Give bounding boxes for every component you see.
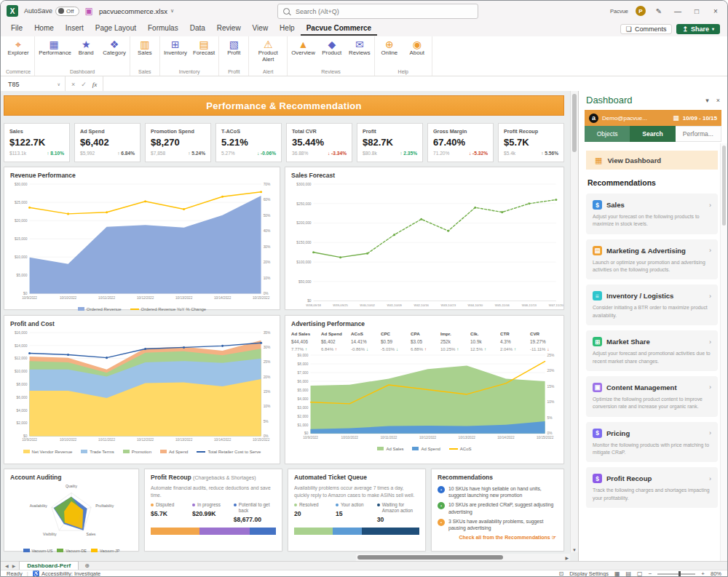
ribbon-button-overview[interactable]: ▲Overview: [291, 38, 315, 57]
pane-scrollbar[interactable]: [720, 143, 727, 561]
name-box[interactable]: T85∨: [1, 76, 66, 92]
ribbon-button-about[interactable]: ◉About: [406, 38, 428, 57]
zoom-out-icon[interactable]: −: [649, 570, 652, 577]
menu-tab-help[interactable]: Help: [274, 23, 301, 36]
bar-segment: [250, 528, 276, 535]
metric-value: $44,406: [291, 339, 319, 344]
kpi-card-profit[interactable]: Profit$82.7K$80.8k↑ 2.35%: [357, 123, 423, 162]
scrollbar-thumb[interactable]: [572, 94, 577, 152]
ribbon-button-reviews[interactable]: ✉Reviews: [349, 38, 371, 57]
menu-tab-home[interactable]: Home: [28, 23, 60, 36]
date-range[interactable]: 10/09 - 10/15: [683, 115, 717, 122]
fx-icon[interactable]: fx: [92, 81, 98, 88]
menu-tab-page-layout[interactable]: Page Layout: [90, 23, 142, 36]
cancel-icon[interactable]: ×: [71, 81, 75, 88]
zoom-slider-thumb[interactable]: [678, 571, 681, 577]
ribbon-button-brand[interactable]: ★Brand: [75, 38, 97, 57]
kpi-card-t-acos[interactable]: T-ACoS5.21%5.27%↓ -0.06%: [215, 123, 282, 162]
accessibility-status[interactable]: Accessibility: Investigate: [41, 570, 100, 577]
mountains-icon: ▲: [298, 39, 309, 50]
normal-view-icon[interactable]: ▦: [614, 570, 620, 577]
menu-tab-pacvue-commerce[interactable]: Pacvue Commerce: [301, 23, 378, 36]
recommendation-card-inventory-logistics[interactable]: ≡Inventory / Logistics›Consider initiati…: [586, 284, 718, 325]
legend-dot: [377, 504, 380, 506]
kpi-card-total-cvr[interactable]: Total CVR35.44%36.88%↓ -3.34%: [286, 123, 352, 162]
scroll-right-arrow-icon[interactable]: ▶: [565, 555, 570, 560]
close-button[interactable]: ×: [710, 7, 721, 15]
menu-tab-insert[interactable]: Insert: [60, 23, 90, 36]
page-break-view-icon[interactable]: ▢: [637, 570, 643, 577]
zoom-in-icon[interactable]: +: [701, 570, 705, 577]
ribbon-group-label: Sales: [134, 69, 156, 76]
sheet-tab-bar: ◀ ▶ Dashboard-Perf ⊕: [1, 561, 727, 570]
file-name-caret-icon[interactable]: ∨: [170, 8, 174, 14]
ribbon-button-forecast[interactable]: ▤Forecast: [193, 38, 215, 57]
advertising-performance-svg: $0$1,000$2,000$3,000$4,000$5,000$6,000$7…: [285, 351, 563, 443]
zoom-slider[interactable]: [657, 573, 695, 575]
kpi-card-profit-recoup[interactable]: Profit Recoup$5.7K$5.4k↑ 5.56%: [498, 123, 564, 162]
display-settings-label[interactable]: Display Settings: [569, 570, 609, 577]
kpi-card-promotion-spend[interactable]: Promotion Spend$8,270$7,858↑ 5.24%: [145, 123, 211, 162]
ribbon-button-explorer[interactable]: ⌖Explorer: [7, 38, 29, 57]
search-input[interactable]: [294, 7, 472, 16]
ribbon-group-reviews: ▲Overview◆Product✉ReviewsReviews: [288, 36, 375, 76]
comments-button[interactable]: ❏Comments: [620, 24, 673, 34]
maximize-button[interactable]: □: [691, 7, 703, 15]
calendar-icon: ▦: [673, 114, 679, 122]
sheet-nav-left-icon[interactable]: ◀: [5, 563, 9, 568]
ribbon-button-profit[interactable]: ▧Profit: [223, 38, 245, 57]
share-button[interactable]: ↥Share▾: [676, 24, 720, 34]
add-sheet-icon[interactable]: ⊕: [84, 562, 90, 569]
recommendation-card-marketing-advertising[interactable]: ▤Marketing & Advertising›Launch or optim…: [586, 239, 718, 280]
ribbon-button-category[interactable]: ❖Category: [103, 38, 126, 57]
ribbon-button-online[interactable]: ⊕Online: [379, 38, 400, 57]
horizontal-scrollbar[interactable]: ▶: [356, 554, 570, 561]
recommendation-card-sales[interactable]: $Sales›Adjust your forecast on the follo…: [586, 194, 718, 234]
ribbon-button-product-alert[interactable]: ⚠Product Alert: [253, 38, 283, 63]
recommendation-card-profit-recoup[interactable]: $Profit Recoup›Track the following charg…: [586, 467, 718, 508]
ribbon-button-sales[interactable]: ▥Sales: [134, 38, 156, 57]
vertical-scrollbar[interactable]: ▼: [570, 91, 578, 552]
pane-tab-search[interactable]: Search: [630, 126, 675, 142]
enter-icon[interactable]: ✓: [81, 81, 87, 88]
menu-tab-review[interactable]: Review: [211, 23, 247, 36]
menu-tab-view[interactable]: View: [247, 23, 274, 36]
menu-tab-file[interactable]: File: [5, 23, 28, 36]
menu-tab-formulas[interactable]: Formulas: [142, 23, 184, 36]
view-dashboard-button[interactable]: ▦ View Dashboard: [586, 151, 718, 170]
recommendations-link[interactable]: Check all from the Recommendations ☞: [432, 531, 563, 541]
card-description: Adjust your forecast and promotional act…: [593, 350, 711, 365]
page-layout-view-icon[interactable]: ▤: [626, 570, 632, 577]
sheet-nav-right-icon[interactable]: ▶: [12, 563, 16, 568]
ribbon-button-inventory[interactable]: ⊞Inventory: [164, 38, 187, 57]
recommendation-card-market-share[interactable]: ⊞Market Share›Adjust your forecast and p…: [586, 330, 718, 371]
svg-text:10/10/2022: 10/10/2022: [341, 436, 359, 439]
edit-pencil-icon[interactable]: ✎: [653, 7, 665, 15]
file-name[interactable]: pacvuecommerce.xlsx: [99, 7, 167, 15]
comment-icon: ❏: [626, 25, 632, 33]
save-icon[interactable]: ▣: [85, 6, 93, 16]
minimize-button[interactable]: —: [672, 7, 684, 15]
zoom-level[interactable]: 80%: [711, 570, 721, 577]
recommendation-card-content-management[interactable]: ▣Content Management›Optimize the followi…: [586, 376, 718, 417]
pane-tab-objects[interactable]: Objects: [585, 126, 630, 142]
pane-close-icon[interactable]: ×: [716, 97, 720, 104]
ribbon-button-product[interactable]: ◆Product: [321, 38, 343, 57]
pane-tab-performa[interactable]: Performa...: [676, 126, 721, 142]
svg-text:10%: 10%: [264, 276, 271, 280]
search-box[interactable]: [277, 4, 478, 19]
account-bar[interactable]: a Demo@pacvue... ▦ 10/09 - 10/15: [585, 110, 721, 126]
kpi-card-gross-margin[interactable]: Gross Margin67.40%71.20%↓ -5.32%: [427, 123, 494, 162]
pane-options-caret-icon[interactable]: ▾: [705, 97, 709, 104]
recommendation-card-pricing[interactable]: $Pricing›Monitor the following products …: [586, 422, 718, 463]
kpi-card-sales[interactable]: Sales$122.7K$113.1k↑ 8.10%: [4, 123, 70, 162]
menu-tab-data[interactable]: Data: [184, 23, 211, 36]
autosave-toggle[interactable]: Off: [55, 7, 79, 16]
kpi-card-ad-spend[interactable]: Ad Spend$6,402$5,992↑ 6.84%: [74, 123, 141, 162]
ribbon-button-performance[interactable]: ▦Performance: [39, 38, 69, 57]
user-avatar[interactable]: P: [636, 6, 646, 16]
scrollbar-thumb[interactable]: [357, 555, 503, 560]
scrollbar-thumb[interactable]: [722, 146, 726, 226]
scroll-down-arrow-icon[interactable]: ▼: [571, 548, 578, 552]
svg-text:W40,10/02: W40,10/02: [360, 303, 375, 307]
